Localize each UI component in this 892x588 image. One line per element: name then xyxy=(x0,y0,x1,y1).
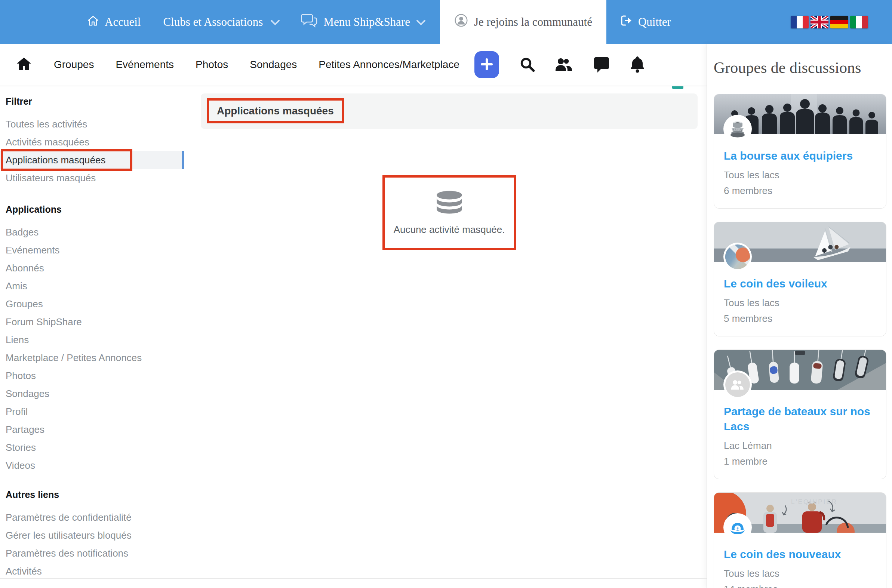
main-layout: Groupes Evénements Photos Sondages Petit… xyxy=(0,44,892,588)
link-item-confidentialite[interactable]: Paramètres de confidentialité xyxy=(6,508,187,526)
bell-icon xyxy=(630,56,645,74)
page-title: Applications masquées xyxy=(217,105,334,117)
app-item-partages[interactable]: Partages xyxy=(6,420,187,438)
subnav-item-evenements[interactable]: Evénements xyxy=(115,59,174,70)
group-card-bourse-equipiers[interactable]: La bourse aux équipiers Tous les lacs 6 … xyxy=(714,94,886,208)
app-item-groupes[interactable]: Groupes xyxy=(6,295,187,313)
plus-icon xyxy=(480,58,493,72)
app-item-marketplace[interactable]: Marketplace / Petites Annonces xyxy=(6,349,187,367)
group-avatar-users xyxy=(725,372,750,397)
search-icon xyxy=(519,57,535,73)
messages-button[interactable] xyxy=(593,56,610,74)
discussion-groups-sidebar: Groupes de discussions xyxy=(706,44,892,588)
user-circle-icon xyxy=(454,14,468,30)
link-item-utilisateurs-bloques[interactable]: Gérer les utilisateurs bloqués xyxy=(6,526,187,544)
sidebar-title: Groupes de discussions xyxy=(714,59,886,76)
group-title-link[interactable]: La bourse aux équipiers xyxy=(724,148,876,164)
content-header: Applications masquées xyxy=(201,93,698,129)
page: Accueil Clubs et Associations Menu Ship&… xyxy=(0,0,892,588)
app-item-profil[interactable]: Profil xyxy=(6,403,187,420)
link-item-notifications[interactable]: Paramètres des notifications xyxy=(6,544,187,562)
subnav-home-button[interactable] xyxy=(16,57,32,73)
subnav-item-marketplace[interactable]: Petites Annonces/Marketplace xyxy=(319,59,459,70)
language-flags xyxy=(791,16,868,28)
other-links-list: Paramètres de confidentialité Gérer les … xyxy=(6,508,187,580)
app-item-stories[interactable]: Stories xyxy=(6,438,187,456)
app-item-forum-shipshare[interactable]: Forum ShipShare xyxy=(6,313,187,331)
subnav-item-photos[interactable]: Photos xyxy=(195,59,228,70)
flag-france-icon[interactable] xyxy=(791,16,809,28)
filter-item-activites-masquees[interactable]: Activités masquées xyxy=(6,133,187,151)
group-title-link[interactable]: Le coin des voileux xyxy=(724,276,876,291)
flag-germany-icon[interactable] xyxy=(830,16,848,28)
nav-clubs-label: Clubs et Associations xyxy=(163,15,263,29)
app-item-amis[interactable]: Amis xyxy=(6,277,187,295)
home-solid-icon xyxy=(16,57,32,73)
app-item-evenements[interactable]: Evénements xyxy=(6,241,187,259)
group-avatar-captain-hat: ⚓ xyxy=(725,515,750,540)
other-links-heading: Autres liens xyxy=(6,489,187,500)
subnav-item-groupes[interactable]: Groupes xyxy=(54,59,94,70)
app-item-badges[interactable]: Badges xyxy=(6,223,187,241)
filter-list: Toutes les activités Activités masquées … xyxy=(6,115,187,187)
tab-join-label: Je rejoins la communauté xyxy=(474,15,592,29)
add-button[interactable] xyxy=(474,51,499,78)
nav-accueil[interactable]: Accueil xyxy=(87,15,141,30)
group-avatar-winch xyxy=(725,117,750,141)
group-card-partage-bateaux[interactable]: Partage de bateaux sur nos Lacs Lac Léma… xyxy=(714,350,886,479)
group-location: Tous les lacs xyxy=(724,295,876,310)
tab-join-community[interactable]: Je rejoins la communauté xyxy=(440,0,606,44)
top-navbar: Accueil Clubs et Associations Menu Ship&… xyxy=(0,0,892,44)
annotation-box-empty-state: Aucune activité masquée. xyxy=(382,176,516,250)
group-title-link[interactable]: Le coin des nouveaux xyxy=(724,547,876,562)
chevron-down-icon xyxy=(416,15,426,29)
app-item-photos[interactable]: Photos xyxy=(6,367,187,385)
bottom-divider xyxy=(0,578,706,579)
selected-indicator-bar xyxy=(182,151,184,169)
nav-clubs-associations[interactable]: Clubs et Associations xyxy=(163,15,280,29)
nav-menu-label: Menu Ship&Share xyxy=(323,15,410,29)
main-content: Applications masquées Aucune activité ma… xyxy=(187,86,706,580)
empty-state-text: Aucune activité masquée. xyxy=(394,224,505,236)
nav-quitter-label: Quitter xyxy=(638,15,671,29)
comments-icon xyxy=(301,14,318,31)
flag-uk-icon[interactable] xyxy=(811,16,828,28)
group-location: Tous les lacs xyxy=(724,167,876,183)
sign-out-icon xyxy=(620,14,633,30)
home-outline-icon xyxy=(87,15,99,30)
nav-quitter[interactable]: Quitter xyxy=(620,14,671,30)
app-item-liens[interactable]: Liens xyxy=(6,331,187,349)
search-button[interactable] xyxy=(519,57,535,73)
notifications-button[interactable] xyxy=(630,56,645,74)
svg-text:⚓: ⚓ xyxy=(735,526,740,532)
group-member-count: 14 membres xyxy=(724,581,876,588)
group-title-link[interactable]: Partage de bateaux sur nos Lacs xyxy=(724,404,876,434)
link-item-activites[interactable]: Activités xyxy=(6,562,187,580)
filter-item-toutes-activites[interactable]: Toutes les activités xyxy=(6,115,187,133)
flag-italy-icon[interactable] xyxy=(850,16,868,28)
group-location: Lac Léman xyxy=(724,438,876,453)
group-member-count: 5 membres xyxy=(724,310,876,326)
applications-heading: Applications xyxy=(6,204,187,215)
database-icon xyxy=(436,190,463,216)
filter-heading: Filtrer xyxy=(6,96,187,107)
app-item-videos[interactable]: Videos xyxy=(6,456,187,474)
filter-sidebar: Filtrer Toutes les activités Activités m… xyxy=(0,86,187,580)
subnav-item-sondages[interactable]: Sondages xyxy=(250,59,297,70)
chevron-down-icon xyxy=(270,15,280,29)
chat-bubble-icon xyxy=(593,56,610,74)
group-avatar-photo xyxy=(725,244,750,269)
annotation-box-header: Applications masquées xyxy=(207,98,344,123)
app-item-sondages[interactable]: Sondages xyxy=(6,385,187,403)
secondary-navbar: Groupes Evénements Photos Sondages Petit… xyxy=(0,44,706,86)
nav-menu-shipshare[interactable]: Menu Ship&Share xyxy=(301,14,426,31)
filter-item-utilisateurs-masques[interactable]: Utilisateurs masqués xyxy=(6,169,187,187)
filter-item-label: Applications masquées xyxy=(6,154,105,166)
members-button[interactable] xyxy=(555,57,573,73)
group-location: Tous les lacs xyxy=(724,566,876,581)
users-icon xyxy=(555,57,573,73)
filter-item-applications-masquees[interactable]: Applications masquées xyxy=(0,151,184,169)
app-item-abonnes[interactable]: Abonnés xyxy=(6,259,187,277)
group-card-coin-nouveaux[interactable]: L'EQUIPIER ⚓ xyxy=(714,492,886,588)
group-card-coin-voileux[interactable]: Le coin des voileux Tous les lacs 5 memb… xyxy=(714,222,886,336)
